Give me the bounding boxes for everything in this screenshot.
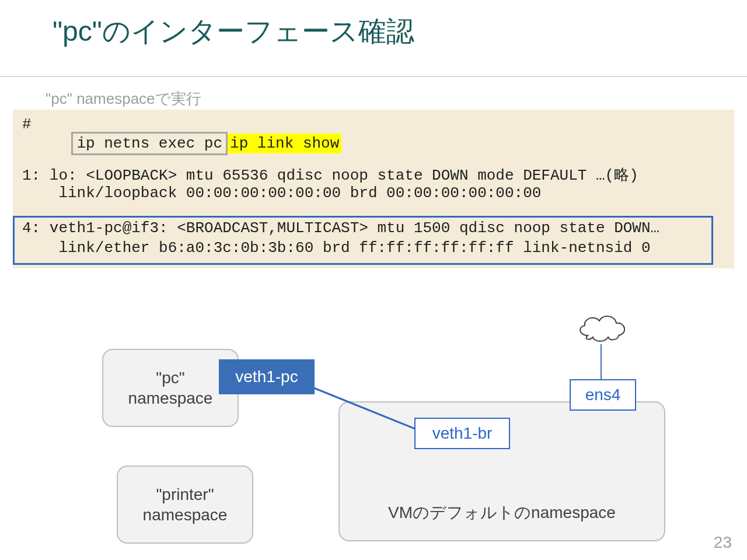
printer-namespace-box: "printer" namespace xyxy=(117,466,253,544)
veth1-br-interface: veth1-br xyxy=(414,418,510,449)
slide: "pc"のインターフェース確認 "pc" namespaceで実行 # ip n… xyxy=(0,0,747,560)
network-diagram: "pc" namespace "printer" namespace VMのデフ… xyxy=(0,327,747,560)
vm-namespace-label: VMのデフォルトのnamespace xyxy=(340,502,664,523)
output-veth1-line2: link/ether b6:a0:3c:0b:3b:60 brd ff:ff:f… xyxy=(22,239,651,257)
printer-namespace-label-1: "printer" xyxy=(118,484,252,505)
cloud-icon xyxy=(573,309,631,344)
command-highlighted-part: ip link show xyxy=(228,134,341,153)
pc-namespace-label-1: "pc" xyxy=(103,368,238,388)
command-namespace-part: ip netns exec pc xyxy=(71,132,228,155)
title-divider xyxy=(0,76,747,77)
ens4-interface: ens4 xyxy=(570,379,636,411)
output-veth1-line1: 4: veth1-pc@if3: <BROADCAST,MULTICAST> m… xyxy=(22,219,659,237)
output-lo-line1: 1: lo: <LOOPBACK> mtu 65536 qdisc noop s… xyxy=(22,164,638,185)
page-number: 23 xyxy=(714,533,732,552)
shell-prompt: # xyxy=(22,116,32,133)
command-caption: "pc" namespaceで実行 xyxy=(46,89,201,109)
pc-namespace-label-2: namespace xyxy=(103,388,238,408)
ens4-uplink-line xyxy=(601,344,602,380)
output-lo-line2: link/loopback 00:00:00:00:00:00 brd 00:0… xyxy=(22,184,541,202)
shell-command: ip netns exec pcip link show xyxy=(35,114,341,173)
veth1-pc-interface: veth1-pc xyxy=(219,359,315,394)
pc-namespace-box: "pc" namespace xyxy=(102,349,239,427)
slide-title: "pc"のインターフェース確認 xyxy=(53,13,414,50)
printer-namespace-label-2: namespace xyxy=(118,505,252,525)
